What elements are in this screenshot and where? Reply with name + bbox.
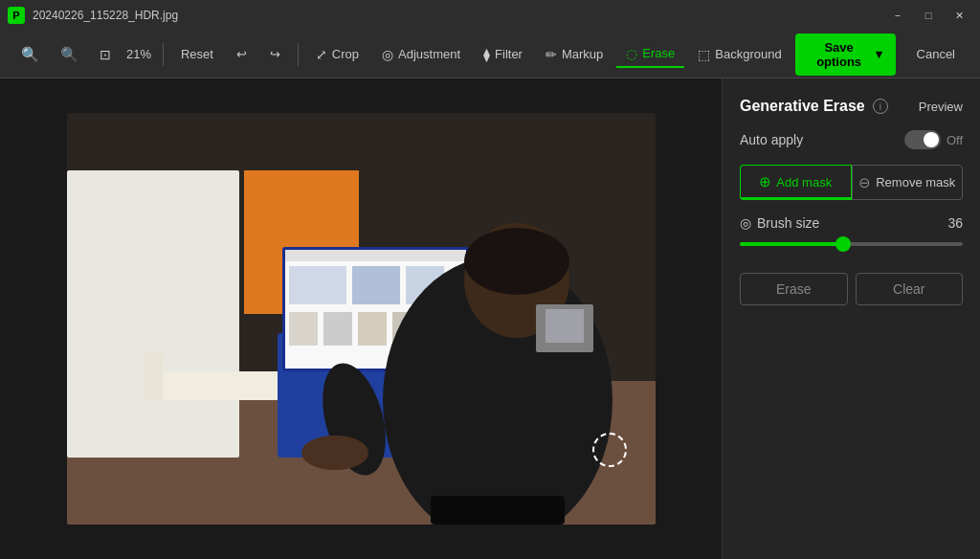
minimize-button[interactable]: − (884, 6, 911, 25)
auto-apply-row: Auto apply Off (740, 130, 963, 149)
svg-rect-14 (323, 312, 352, 346)
svg-rect-11 (352, 266, 400, 304)
erase-button[interactable]: ◌ Erase (616, 41, 684, 68)
auto-apply-label: Auto apply (740, 132, 803, 147)
brush-icon: ◎ (740, 215, 751, 231)
undo-button[interactable]: ↩ (227, 42, 256, 66)
remove-mask-icon: ⊖ (858, 174, 871, 191)
brush-size-value: 36 (947, 215, 963, 231)
redo-button[interactable]: ↪ (260, 42, 290, 66)
redo-icon: ↪ (270, 47, 280, 61)
crop-button[interactable]: ⤢ Crop (306, 42, 368, 67)
window-title: 20240226_115228_HDR.jpg (33, 9, 178, 22)
svg-rect-24 (546, 309, 584, 343)
toggle-group: Off (904, 130, 963, 149)
svg-rect-9 (285, 250, 466, 261)
reset-button[interactable]: Reset (171, 42, 223, 66)
window-controls: − □ ✕ (884, 6, 972, 25)
title-bar: P 20240226_115228_HDR.jpg − □ ✕ (0, 0, 980, 31)
svg-point-20 (464, 228, 569, 295)
svg-rect-2 (67, 170, 239, 458)
add-mask-label: Add mask (776, 175, 832, 190)
toolbar-right: Save options ▾ Cancel (795, 34, 969, 76)
auto-apply-toggle[interactable] (904, 130, 941, 149)
separator-1 (163, 43, 164, 66)
brush-slider-container (740, 233, 963, 250)
main-area: Generative Erase i Preview Auto apply Of… (0, 78, 980, 559)
zoom-out-button[interactable]: 🔍 (51, 41, 88, 68)
right-panel: Generative Erase i Preview Auto apply Of… (722, 78, 980, 559)
maximize-button[interactable]: □ (915, 6, 942, 25)
photo-container (67, 113, 656, 525)
panel-header: Generative Erase i Preview (740, 98, 963, 115)
remove-mask-button[interactable]: ⊖ Remove mask (852, 165, 964, 200)
zoom-level: 21% (122, 47, 155, 61)
undo-icon: ↩ (236, 47, 247, 61)
background-icon: ⬚ (698, 47, 710, 62)
crop-icon: ⤢ (316, 47, 327, 62)
filter-label: Filter (495, 47, 523, 61)
separator-2 (298, 43, 299, 66)
toggle-state-label: Off (947, 133, 963, 147)
panel-title: Generative Erase (740, 98, 865, 115)
close-button[interactable]: ✕ (946, 6, 972, 25)
clear-button[interactable]: Clear (856, 273, 964, 305)
reset-label: Reset (181, 47, 213, 61)
markup-icon: ✏ (546, 47, 557, 62)
toolbar: 🔍 🔍 ⊡ 21% Reset ↩ ↪ ⤢ Crop ◎ Adjustment … (0, 31, 980, 78)
background-button[interactable]: ⬚ Background (688, 42, 791, 67)
background-label: Background (715, 47, 781, 61)
markup-label: Markup (562, 47, 603, 61)
brush-size-slider[interactable] (740, 242, 963, 246)
photo-placeholder (67, 113, 656, 525)
save-options-label: Save options (809, 40, 870, 69)
save-dropdown-icon: ▾ (876, 47, 882, 61)
brush-size-label: Brush size (757, 215, 819, 231)
markup-button[interactable]: ✏ Markup (536, 42, 612, 67)
erase-action-button[interactable]: Erase (740, 273, 848, 305)
erase-action-label: Erase (776, 281, 812, 297)
zoom-out-icon: 🔍 (60, 46, 78, 63)
app-icon: P (8, 7, 25, 24)
crop-label: Crop (332, 47, 359, 61)
action-buttons: Erase Clear (740, 273, 963, 305)
erase-label: Erase (642, 46, 675, 60)
mask-buttons: ⊕ Add mask ⊖ Remove mask (740, 165, 963, 200)
canvas-area[interactable] (0, 78, 722, 559)
cancel-button[interactable]: Cancel (903, 40, 969, 68)
preview-button[interactable]: Preview (919, 100, 963, 114)
brush-size-row: ◎ Brush size 36 (740, 215, 963, 231)
svg-rect-10 (289, 266, 346, 304)
clear-label: Clear (893, 281, 924, 297)
zoom-controls: 🔍 🔍 ⊡ 21% (11, 41, 155, 68)
svg-point-22 (301, 436, 368, 470)
svg-rect-13 (289, 312, 318, 346)
remove-mask-label: Remove mask (876, 175, 955, 190)
save-options-button[interactable]: Save options ▾ (795, 34, 896, 76)
fit-screen-button[interactable]: ⊡ (90, 42, 121, 67)
filter-button[interactable]: ⧫ Filter (474, 42, 532, 67)
svg-rect-15 (358, 312, 387, 346)
svg-rect-25 (431, 496, 565, 525)
add-mask-button[interactable]: ⊕ Add mask (740, 165, 852, 200)
brush-size-section: ◎ Brush size 36 (740, 215, 963, 250)
zoom-in-icon: 🔍 (21, 46, 39, 63)
brush-size-label-group: ◎ Brush size (740, 215, 819, 231)
filter-icon: ⧫ (483, 47, 490, 62)
svg-rect-5 (144, 352, 163, 400)
adjustment-icon: ◎ (382, 47, 393, 62)
adjustment-button[interactable]: ◎ Adjustment (372, 42, 470, 67)
cancel-label: Cancel (917, 47, 955, 61)
title-bar-left: P 20240226_115228_HDR.jpg (8, 7, 178, 24)
photo-svg (67, 113, 656, 525)
add-mask-icon: ⊕ (759, 173, 771, 190)
fit-icon: ⊡ (100, 47, 111, 62)
info-icon[interactable]: i (873, 99, 888, 114)
erase-icon: ◌ (626, 46, 637, 61)
zoom-in-button[interactable]: 🔍 (11, 41, 49, 68)
adjustment-label: Adjustment (398, 47, 460, 61)
